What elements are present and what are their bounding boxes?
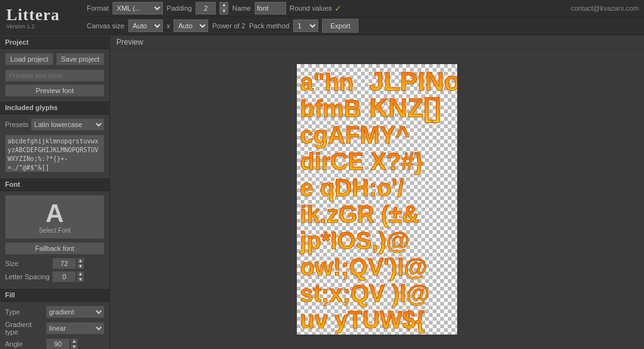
svg-text:bfmB: bfmB xyxy=(300,96,361,122)
padding-label: Padding xyxy=(167,4,192,12)
letter-spacing-label: Letter Spacing xyxy=(5,273,52,280)
svg-text:KNZ[]: KNZ[] xyxy=(369,93,441,123)
font-section-header: Font xyxy=(0,177,109,191)
main-area: Project Load project Save project Previe… xyxy=(0,35,644,349)
svg-text:dirCE X?#}: dirCE X?#} xyxy=(300,148,424,175)
padding-spinner: ▲ ▼ xyxy=(219,2,228,14)
glyphs-section-header: Included glyphs xyxy=(0,101,109,114)
gradient-type-select[interactable]: linear radial xyxy=(46,322,104,335)
header-toolbar: Format XML (... Padding ▲ ▼ Name Round v… xyxy=(82,0,644,35)
canvas-preview: a"hn JLPINo bfmB KNZ[] cgAFMY^ dirCE X?#… xyxy=(297,64,457,335)
size-up[interactable]: ▲ xyxy=(77,258,84,263)
type-label: Type xyxy=(5,308,46,316)
svg-text:jp*IOS,)@: jp*IOS,)@ xyxy=(299,228,409,254)
letter-spacing-row: Letter Spacing ▲ ▼ xyxy=(5,271,104,282)
letter-spacing-down[interactable]: ▼ xyxy=(77,277,84,282)
size-input[interactable] xyxy=(52,258,76,269)
name-input[interactable] xyxy=(255,2,286,14)
svg-text:ow!;QV')l@: ow!;QV')l@ xyxy=(300,254,427,280)
canvas-height-select[interactable]: Auto xyxy=(174,19,208,32)
logo-title: Littera xyxy=(6,6,75,25)
power-of-2-label: Power of 2 xyxy=(212,22,245,30)
gradient-type-row: Gradient type linear radial xyxy=(5,321,104,336)
canvas-size-label: Canvas size xyxy=(87,22,125,30)
project-buttons: Load project Save project xyxy=(5,53,104,65)
letter-spacing-spinner: ▲ ▼ xyxy=(77,271,84,282)
logo-area: Littera Version 1.2 xyxy=(0,0,82,35)
round-values-label: Round values xyxy=(290,4,332,12)
padding-input[interactable] xyxy=(196,2,216,14)
preview-font-button[interactable]: Preview font xyxy=(5,84,104,97)
angle-label: Angle xyxy=(5,340,46,348)
angle-down[interactable]: ▼ xyxy=(70,344,78,349)
round-values-wrap: Round values ✓ xyxy=(290,4,341,13)
contact-text: contact@kvazars.com xyxy=(571,4,639,12)
font-preview-letter: A xyxy=(46,201,64,226)
svg-text:JLPINo: JLPINo xyxy=(369,67,457,96)
svg-text:e qDH:o'/: e qDH:o'/ xyxy=(300,175,404,201)
fill-type-row: Type gradient solid xyxy=(5,306,104,318)
svg-text:cgAFMY^: cgAFMY^ xyxy=(300,122,409,148)
format-label: Format xyxy=(87,4,109,12)
size-row: Size ▲ ▼ xyxy=(5,258,104,269)
pack-method-select[interactable]: 1 xyxy=(293,19,318,32)
presets-row: Presets Latin lowercase xyxy=(5,118,104,131)
font-atlas-svg: a"hn JLPINo bfmB KNZ[] cgAFMY^ dirCE X?#… xyxy=(297,64,457,335)
round-values-check[interactable]: ✓ xyxy=(335,4,341,13)
font-section-content: A Select Font Fallback font Size ▲ ▼ Let… xyxy=(0,191,109,288)
size-label: Size xyxy=(5,260,52,267)
padding-down[interactable]: ▼ xyxy=(219,8,228,14)
glyphs-section-content: Presets Latin lowercase abcdefghijklmnop… xyxy=(0,114,109,177)
format-select[interactable]: XML (... xyxy=(113,2,163,14)
sidebar: Project Load project Save project Previe… xyxy=(0,35,110,349)
letter-spacing-input[interactable] xyxy=(52,271,76,282)
type-select[interactable]: gradient solid xyxy=(46,306,104,318)
letter-spacing-up[interactable]: ▲ xyxy=(77,271,84,277)
pack-method-label: Pack method xyxy=(249,22,289,30)
svg-text:ik.zGR (±&: ik.zGR (±& xyxy=(300,201,419,228)
name-label: Name xyxy=(232,4,250,12)
svg-text:a"hn: a"hn xyxy=(300,69,354,96)
preview-canvas-area: a"hn JLPINo bfmB KNZ[] cgAFMY^ dirCE X?#… xyxy=(110,50,644,349)
size-down[interactable]: ▼ xyxy=(77,263,84,269)
content-area: Preview a"hn JLPINo bfmB KNZ[] cgAFMY^ xyxy=(110,35,644,349)
toolbar-row-1: Format XML (... Padding ▲ ▼ Name Round v… xyxy=(82,0,644,17)
svg-text:st;x;QV )l@: st;x;QV )l@ xyxy=(300,280,430,307)
font-preview-box[interactable]: A Select Font xyxy=(5,195,104,239)
angle-row: Angle ▲ ▼ xyxy=(5,338,104,349)
load-project-button[interactable]: Load project xyxy=(5,53,53,65)
presets-select[interactable]: Latin lowercase xyxy=(31,118,104,131)
canvas-width-select[interactable]: Auto xyxy=(128,19,163,32)
preview-label: Preview xyxy=(110,35,644,50)
gradient-type-label: Gradient type xyxy=(5,321,46,336)
angle-up[interactable]: ▲ xyxy=(70,338,78,344)
project-section-header: Project xyxy=(0,35,109,49)
header: Littera Version 1.2 Format XML (... Padd… xyxy=(0,0,644,35)
svg-text:uv yTUW${: uv yTUW${ xyxy=(300,307,425,333)
fill-section-content: Type gradient solid Gradient type linear… xyxy=(0,302,109,349)
glyphs-textarea[interactable]: abcdefghijklmnopqrstuvwxyzABCDEFGHIJKLMN… xyxy=(5,135,104,172)
canvas-x-label: x xyxy=(167,22,170,30)
project-section-content: Load project Save project Preview font xyxy=(0,49,109,101)
presets-label: Presets xyxy=(5,121,28,128)
export-button[interactable]: Export xyxy=(322,19,358,33)
fill-section-header: Fill xyxy=(0,288,109,302)
fallback-font-button[interactable]: Fallback font xyxy=(5,242,104,255)
preview-text-input[interactable] xyxy=(5,69,104,82)
save-project-button[interactable]: Save project xyxy=(56,53,104,65)
logo-version: Version 1.2 xyxy=(6,23,75,30)
angle-input[interactable] xyxy=(46,338,70,349)
toolbar-row-2: Canvas size Auto x Auto Power of 2 Pack … xyxy=(82,17,644,35)
select-font-label: Select Font xyxy=(39,227,71,234)
angle-spinner: ▲ ▼ xyxy=(70,338,78,349)
padding-up[interactable]: ▲ xyxy=(219,2,228,8)
size-spinner: ▲ ▼ xyxy=(77,258,84,269)
